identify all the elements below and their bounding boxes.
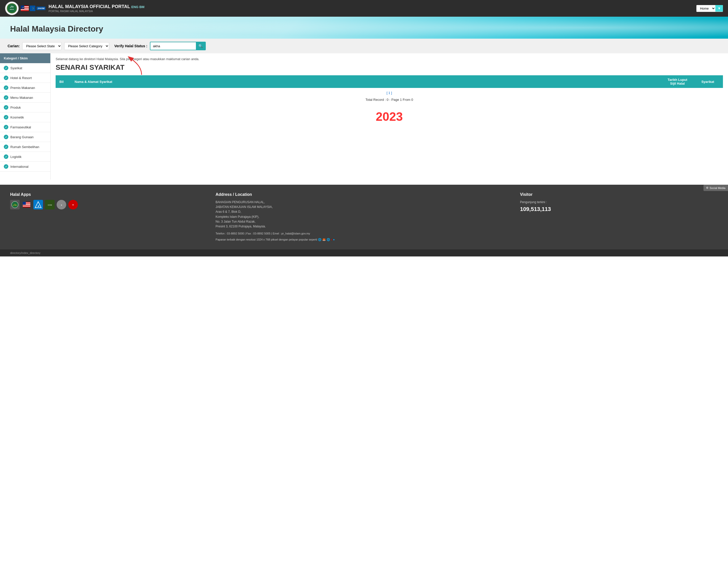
- search-label: Carian:: [8, 44, 20, 48]
- footer-address-section: Address / Location BAHAGIAN PENGURUSAN H…: [216, 192, 512, 242]
- moon-icon: ☽: [30, 6, 35, 11]
- sidebar-item-hotel[interactable]: Hotel & Resort: [0, 73, 50, 83]
- sidebar-item-rumah[interactable]: Rumah Sembelihan: [0, 142, 50, 152]
- social-media-label: Social Media: [710, 187, 725, 190]
- check-icon-international: [4, 164, 8, 169]
- check-icon-menu: [4, 95, 8, 100]
- sidebar-label-rumah: Rumah Sembelihan: [10, 145, 39, 149]
- svg-text:♥: ♥: [72, 204, 74, 206]
- check-icon-premis: [4, 85, 8, 90]
- svg-rect-11: [23, 202, 26, 205]
- state-select[interactable]: Please Select State: [22, 42, 62, 50]
- portal-title: HALAL MALAYSIA OFFICIAL PORTAL ENG BM: [49, 4, 693, 10]
- page-link[interactable]: [ 1 ]: [386, 91, 392, 95]
- header-nav: Home ▼: [696, 5, 723, 12]
- malaysia-flag: 🌙: [21, 6, 29, 11]
- footer-apps-section: Halal Apps حلال ◀: [10, 192, 208, 242]
- jakim-badge: JAKIM: [36, 7, 45, 10]
- senarai-title: SENARAI SYARIKAT: [56, 63, 723, 72]
- social-media-btn[interactable]: ⚙ Social Media: [703, 185, 728, 191]
- banner: Halal Malaysia Directory: [0, 17, 728, 39]
- check-icon-produk: [4, 105, 8, 110]
- footer: Halal Apps حلال ◀: [0, 185, 728, 250]
- gear-icon: ⚙: [706, 186, 709, 190]
- main-content: Kategori / Skim Syarikat Hotel & Resort …: [0, 53, 728, 180]
- sidebar-item-produk[interactable]: Produk: [0, 103, 50, 113]
- footer-contact: Telefon : 03-8892 5000 | Fax : 03-8892 5…: [216, 232, 512, 236]
- footer-apps-grid: حلال ◀ CCM: [10, 200, 208, 210]
- footer-resolution: Paparan terbaik dengan resolusi 1024 x 7…: [216, 238, 512, 242]
- total-record: Total Record : 0 - Page 1 From 0: [56, 98, 723, 102]
- header-title-area: HALAL MALAYSIA OFFICIAL PORTAL ENG BM PO…: [49, 4, 693, 13]
- sidebar-label-barang: Barang Gunaan: [10, 135, 34, 139]
- sidebar-header: Kategori / Skim: [0, 53, 50, 63]
- sidebar-item-barang[interactable]: Barang Gunaan: [0, 132, 50, 142]
- footer-wrapper: ⚙ Social Media Halal Apps حلال: [0, 185, 728, 250]
- welcome-text: Selamat datang ke direktori Halal Malays…: [56, 57, 723, 61]
- sidebar-label-international: International: [10, 165, 29, 169]
- footer-visitor-title: Visitor: [520, 192, 718, 197]
- sidebar-item-farmaseutikal[interactable]: Farmaseutikal: [0, 122, 50, 132]
- col-bil: Bil: [56, 75, 71, 88]
- svg-text:★: ★: [61, 204, 62, 206]
- sidebar-item-premis[interactable]: Premis Makanan: [0, 83, 50, 93]
- banner-title: Halal Malaysia Directory: [10, 24, 718, 34]
- verify-label: Verify Halal Status :: [114, 44, 147, 48]
- sidebar-item-kosmetik[interactable]: Kosmetik: [0, 113, 50, 122]
- sidebar: Kategori / Skim Syarikat Hotel & Resort …: [0, 53, 51, 180]
- sidebar-label-syarikat: Syarikat: [10, 66, 22, 70]
- content-area: Selamat datang ke direktori Halal Malays…: [51, 53, 728, 180]
- col-nama: Nama & Alamat Syarikat: [71, 75, 662, 88]
- app-icon-2: [22, 200, 31, 210]
- check-icon-hotel: [4, 76, 8, 80]
- sidebar-label-farmaseutikal: Farmaseutikal: [10, 125, 31, 129]
- sidebar-label-menu: Menu Makanan: [10, 96, 33, 100]
- app-icon-6: ♥: [68, 200, 78, 210]
- pagination: [ 1 ]: [56, 91, 723, 95]
- verify-input-wrap: 🔍: [150, 42, 206, 50]
- sidebar-item-menu[interactable]: Menu Makanan: [0, 93, 50, 103]
- svg-text:◀: ◀: [37, 205, 39, 207]
- app-icon-5: ★: [57, 200, 66, 210]
- footer-address-title: Address / Location: [216, 192, 512, 197]
- footer-visitor-section: Visitor Pengunjung terkini : 109,513,113: [520, 192, 718, 242]
- status-url: directory/index_directory: [10, 252, 40, 255]
- portal-subtitle: PORTAL RASMI HALAL MALAYSIA: [49, 10, 693, 13]
- sidebar-item-international[interactable]: International: [0, 162, 50, 172]
- sidebar-label-produk: Produk: [10, 106, 21, 109]
- category-select[interactable]: Please Select Category: [64, 42, 109, 50]
- sidebar-item-logistik[interactable]: Logistik: [0, 152, 50, 162]
- top-header: حلال HALAL 🌙 ☽ JAKIM HALAL MALAYSIA OFFI…: [0, 0, 728, 17]
- col-tarikh: Tarikh Luput Sijil Halal: [662, 75, 693, 88]
- check-icon-rumah: [4, 145, 8, 149]
- footer-apps-title: Halal Apps: [10, 192, 208, 197]
- verify-input[interactable]: [150, 43, 196, 50]
- nav-select[interactable]: Home: [696, 5, 715, 12]
- footer-visitor-label: Pengunjung terkini :: [520, 200, 718, 205]
- check-icon-syarikat: [4, 66, 8, 70]
- halal-logo: حلال HALAL: [5, 2, 19, 15]
- visitor-count: 109,513,113: [520, 206, 718, 213]
- footer-address-lines: BAHAGIAN PENGURUSAN HALAL, JABATAN KEMAJ…: [216, 200, 512, 229]
- sidebar-label-logistik: Logistik: [10, 155, 21, 159]
- check-icon-kosmetik: [4, 115, 8, 120]
- svg-text:حلال: حلال: [10, 6, 14, 8]
- logo-area: حلال HALAL 🌙 ☽ JAKIM: [5, 2, 45, 15]
- sidebar-label-premis: Premis Makanan: [10, 86, 35, 90]
- nav-home-dropdown[interactable]: Home ▼: [696, 5, 723, 12]
- status-bar: directory/index_directory: [0, 250, 728, 257]
- check-icon-barang: [4, 135, 8, 139]
- nav-dropdown-btn[interactable]: ▼: [715, 5, 723, 12]
- col-syarikat: Syarikat: [693, 75, 723, 88]
- sidebar-item-syarikat[interactable]: Syarikat: [0, 63, 50, 73]
- app-icon-1: حلال: [10, 200, 20, 210]
- check-icon-farmaseutikal: [4, 125, 8, 129]
- svg-rect-10: [23, 206, 30, 207]
- svg-text:CCM: CCM: [48, 204, 52, 206]
- svg-text:حلال: حلال: [13, 204, 17, 206]
- app-icon-3: ◀: [33, 200, 43, 210]
- svg-point-0: [7, 3, 17, 13]
- verify-button[interactable]: 🔍: [196, 42, 205, 50]
- check-icon-logistik: [4, 154, 8, 159]
- lang-indicator: ENG BM: [131, 5, 144, 9]
